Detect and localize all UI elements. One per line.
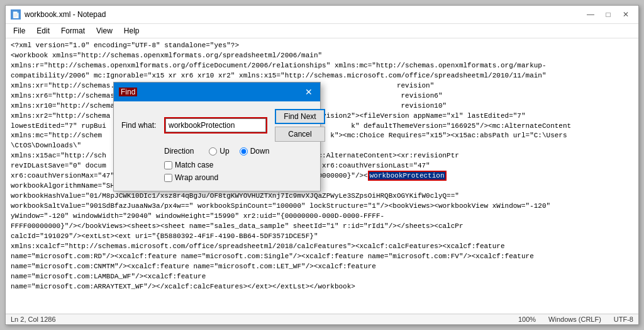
zoom-level: 100% — [518, 316, 536, 323]
minimize-button[interactable]: — — [583, 9, 598, 20]
notepad-icon: 📄 — [11, 9, 21, 20]
match-case-label: Match case — [175, 161, 213, 169]
menu-bar: File Edit Format View Help — [6, 24, 638, 38]
status-bar-right: 100% Windows (CRLF) UTF-8 — [518, 316, 633, 323]
direction-down-label[interactable]: Down — [240, 147, 270, 156]
status-bar: Ln 2, Col 1286 100% Windows (CRLF) UTF-8 — [6, 314, 638, 324]
editor-content: <?xml version="1.0" encoding="UTF-8" sta… — [11, 41, 633, 292]
find-what-input[interactable] — [165, 118, 266, 132]
title-bar-controls: — □ ✕ — [583, 9, 633, 20]
maximize-button[interactable]: □ — [601, 9, 616, 20]
menu-edit[interactable]: Edit — [31, 25, 55, 37]
find-dialog-title: Find — [119, 88, 137, 96]
title-bar: 📄 workbook.xml - Notepad — □ ✕ — [6, 6, 638, 24]
menu-file[interactable]: File — [8, 25, 30, 37]
direction-up-label[interactable]: Up — [209, 147, 229, 156]
wrap-around-row[interactable]: Wrap around — [164, 173, 313, 182]
find-close-button[interactable]: ✕ — [303, 86, 315, 98]
notepad-window: 📄 workbook.xml - Notepad — □ ✕ File Edit… — [5, 5, 639, 325]
find-dialog-title-bar: Find ✕ — [114, 82, 320, 101]
direction-label: Direction — [164, 147, 194, 156]
cursor-position: Ln 2, Col 1286 — [11, 316, 56, 323]
wrap-around-label: Wrap around — [175, 173, 218, 182]
cancel-button[interactable]: Cancel — [275, 127, 325, 142]
window-title: workbook.xml - Notepad — [25, 10, 106, 19]
find-what-label: Find what: — [121, 121, 160, 130]
menu-view[interactable]: View — [91, 25, 118, 37]
direction-down-text: Down — [250, 147, 270, 156]
direction-down-radio[interactable] — [240, 147, 248, 156]
encoding: UTF-8 — [614, 316, 633, 323]
find-title-highlight: Find — [119, 88, 137, 96]
find-next-button[interactable]: Find Next — [275, 109, 325, 124]
match-case-row[interactable]: Match case — [164, 161, 313, 169]
direction-up-radio[interactable] — [209, 147, 217, 156]
find-what-row: Find what: Find Next Cancel — [121, 109, 313, 142]
line-ending: Windows (CRLF) — [548, 316, 601, 323]
find-action-buttons: Find Next Cancel — [275, 109, 325, 142]
match-case-checkbox[interactable] — [164, 161, 172, 169]
direction-group: Direction Up Down — [164, 147, 313, 156]
wrap-around-checkbox[interactable] — [164, 174, 172, 182]
find-dialog-body: Find what: Find Next Cancel Direction Up… — [114, 101, 320, 191]
find-dialog: Find ✕ Find what: Find Next Cancel Direc… — [113, 82, 321, 191]
direction-up-text: Up — [219, 147, 229, 156]
editor-area[interactable]: <?xml version="1.0" encoding="UTF-8" sta… — [6, 38, 638, 314]
menu-help[interactable]: Help — [119, 25, 145, 37]
find-input-wrapper — [164, 117, 267, 134]
close-button[interactable]: ✕ — [618, 9, 633, 20]
title-bar-left: 📄 workbook.xml - Notepad — [11, 9, 106, 20]
menu-format[interactable]: Format — [56, 25, 90, 37]
highlighted-text: workbookProtection — [368, 171, 447, 181]
